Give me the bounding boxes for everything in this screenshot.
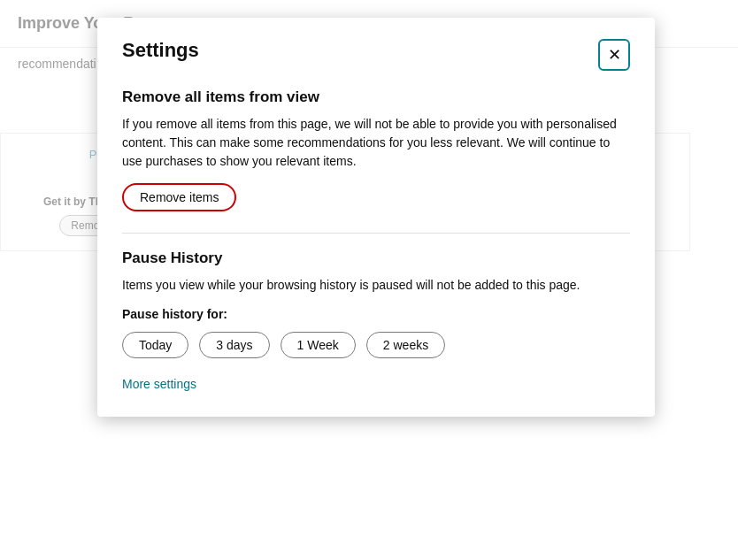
remove-all-section: Remove all items from view If you remove… <box>122 88 630 233</box>
remove-items-button[interactable]: Remove items <box>122 183 236 211</box>
pause-history-description: Items you view while your browsing histo… <box>122 276 630 295</box>
pause-option-today[interactable]: Today <box>122 332 188 358</box>
remove-all-description: If you remove all items from this page, … <box>122 115 630 171</box>
pause-history-label: Pause history for: <box>122 307 630 321</box>
pause-option-2weeks[interactable]: 2 weeks <box>366 332 445 358</box>
pause-option-3days[interactable]: 3 days <box>199 332 269 358</box>
modal-title: Settings <box>122 39 199 62</box>
remove-all-title: Remove all items from view <box>122 88 630 106</box>
pause-history-section: Pause History Items you view while your … <box>122 249 630 358</box>
close-modal-button[interactable]: ✕ <box>598 39 630 71</box>
pause-options-group: Today 3 days 1 Week 2 weeks <box>122 332 630 358</box>
modal-header: Settings ✕ <box>122 39 630 71</box>
pause-option-1week[interactable]: 1 Week <box>281 332 356 358</box>
more-settings-link[interactable]: More settings <box>122 377 196 391</box>
pause-history-title: Pause History <box>122 249 630 267</box>
section-divider <box>122 233 630 234</box>
settings-modal: Settings ✕ Remove all items from view If… <box>97 18 655 417</box>
